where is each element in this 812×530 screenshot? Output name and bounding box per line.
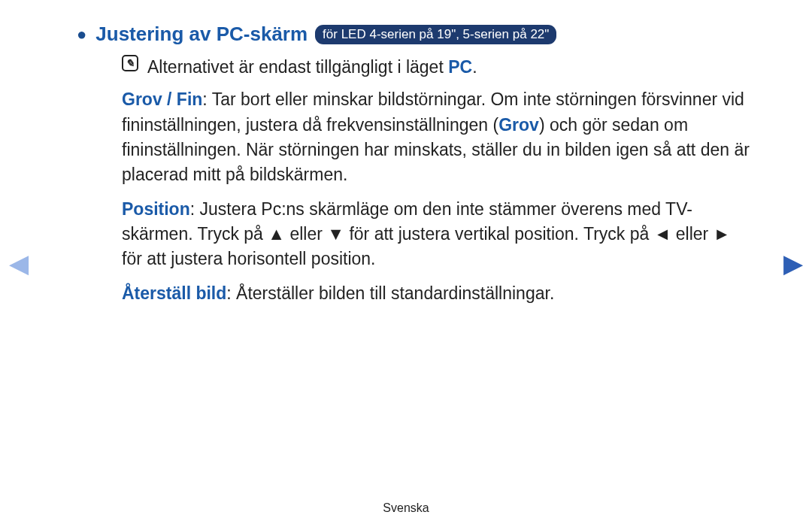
model-badge: för LED 4-serien på 19", 5-serien på 22" — [315, 25, 556, 44]
grov-label: Grov — [498, 115, 539, 135]
reset-paragraph: Återställ bild: Återställer bilden till … — [122, 281, 752, 306]
nav-prev-icon[interactable]: ◀ — [9, 248, 29, 278]
grov-fin-paragraph: Grov / Fin: Tar bort eller minskar bilds… — [122, 87, 752, 187]
note-row: ✎ Alternativet är endast tillgängligt i … — [122, 55, 752, 80]
page-content: ● Justering av PC-skärm för LED 4-serien… — [0, 0, 812, 306]
nav-next-icon[interactable]: ▶ — [783, 248, 803, 278]
reset-text: : Återställer bilden till standardinstäl… — [226, 283, 554, 303]
position-text: : Justera Pc:ns skärmläge om den inte st… — [122, 199, 730, 269]
pc-label: PC — [448, 57, 472, 77]
note-icon: ✎ — [122, 55, 138, 71]
note-prefix: Alternativet är endast tillgängligt i lä… — [147, 57, 448, 77]
reset-label: Återställ bild — [122, 283, 226, 303]
heading-row: ● Justering av PC-skärm för LED 4-serien… — [90, 23, 752, 46]
position-label: Position — [122, 199, 190, 219]
note-text: Alternativet är endast tillgängligt i lä… — [147, 55, 477, 80]
bullet-icon: ● — [77, 26, 86, 43]
position-paragraph: Position: Justera Pc:ns skärmläge om den… — [122, 197, 752, 272]
section-title: Justering av PC-skärm — [95, 23, 308, 46]
grov-fin-label: Grov / Fin — [122, 89, 202, 109]
footer-language: Svenska — [0, 501, 812, 515]
note-suffix: . — [472, 57, 477, 77]
